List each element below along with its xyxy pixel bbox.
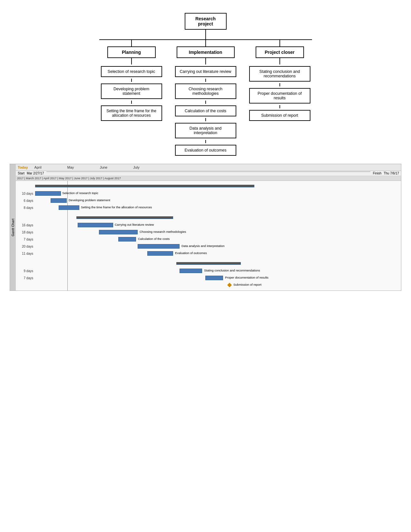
implementation-col: Implementation Carrying out literature r… <box>170 40 241 157</box>
start-label: Start Mar 2/27/17 <box>18 172 44 175</box>
row-1-bar <box>51 198 67 203</box>
start-finish-row: Start Mar 2/27/17 Finish Thu 7/6/17 <box>16 171 401 176</box>
root-node: Research project <box>185 13 227 30</box>
row-7-bar <box>138 244 180 249</box>
gantt-row-closer-overall <box>17 260 400 267</box>
closer-child-2: Submission of report <box>249 110 310 121</box>
row-5-bar <box>99 230 138 234</box>
planning-child-1: Developing problem statement <box>101 84 162 99</box>
row-2-days: 8 days <box>18 206 34 210</box>
row-5-days: 18 days <box>18 231 34 234</box>
finish-label: Finish Thu 7/6/17 <box>373 172 399 175</box>
row-4-bar <box>78 223 113 227</box>
planning-col: Planning Selection of research topic Dev… <box>99 40 164 123</box>
closer-overall-bar <box>176 262 241 265</box>
closer-child-1: Proper documentation of results <box>249 88 310 103</box>
impl-child-1: Choosing research methodologies <box>175 84 236 99</box>
project-closer-node: Project closer <box>256 46 304 58</box>
month-july: July <box>133 165 140 169</box>
overall-bar-container <box>34 184 398 189</box>
month-may: May <box>67 165 74 169</box>
row-0-bar <box>35 191 61 196</box>
planning-node: Planning <box>107 46 156 58</box>
row-2-bar <box>59 205 79 210</box>
impl-overall-bar <box>76 216 173 219</box>
closer-overall-container <box>34 261 398 266</box>
row-6-bar <box>118 237 136 241</box>
project-closer-children: Stating conclusion and recommendations P… <box>249 64 310 123</box>
org-chart: Research project Planning <box>19 13 392 157</box>
gantt-row-12: Submission of report <box>17 281 400 289</box>
project-closer-col: Project closer Stating conclusion and re… <box>248 40 312 123</box>
row-11-label: Proper documentation of results <box>224 275 269 280</box>
today-label: Today <box>18 165 28 169</box>
row-2-label: Setting the time frame for the allocatio… <box>80 205 152 210</box>
gantt-row-2: 8 days Setting the time frame for the al… <box>17 204 400 211</box>
row-11-bar-container: Proper documentation of results <box>34 275 398 281</box>
timeline-months: April May June July <box>34 165 399 169</box>
today-line <box>67 181 68 291</box>
gantt-row-6: 7 days Calculation of the costs <box>17 236 400 243</box>
row-10-bar <box>180 269 202 273</box>
row-12-label: Submission of report <box>232 282 261 287</box>
gantt-row-10: 9 days Stating conclusion and recommenda… <box>17 267 400 274</box>
row-5-bar-container: Choosing research methodologies <box>34 230 398 235</box>
row-4-label: Carrying out literature review <box>114 222 154 227</box>
impl-child-4: Evaluation of outcomes <box>175 145 236 156</box>
row-5-label: Choosing research methodologies <box>139 230 186 234</box>
gantt-bars-area: 10 days Selection of research topic 6 da… <box>16 181 401 291</box>
row-1-days: 6 days <box>18 199 34 202</box>
row-10-days: 9 days <box>18 269 34 273</box>
row-12-milestone <box>227 283 232 287</box>
impl-child-2: Calculation of the costs <box>175 105 236 116</box>
impl-child-3: Data analysis and interpretation <box>175 123 236 138</box>
row-8-bar-container: Evaluation of outcomes <box>34 251 398 256</box>
date-header-row: 2017 | March 2017 | April 2017 | May 201… <box>16 176 401 181</box>
gantt-row-1: 6 days Developing problem statement <box>17 197 400 204</box>
gantt-section: Gantt Chart Today April May June July St… <box>10 164 401 291</box>
implementation-node: Implementation <box>177 46 235 58</box>
org-chart-section: Research project Planning <box>0 0 411 164</box>
overall-bar <box>35 185 254 187</box>
row-1-label: Developing problem statement <box>68 198 110 202</box>
impl-child-0: Carrying out literature review <box>175 66 236 77</box>
root-connector <box>205 30 206 39</box>
gantt-row-impl-overall <box>17 214 400 222</box>
row-12-bar-container: Submission of report <box>34 282 398 288</box>
planning-children: Selection of research topic Developing p… <box>101 64 162 123</box>
row-0-days: 10 days <box>18 192 34 195</box>
planning-child-0: Selection of research topic <box>101 66 162 77</box>
row-10-label: Stating conclusion and recommendations <box>203 268 260 273</box>
gantt-spacer-1 <box>17 211 400 214</box>
row-4-days: 16 days <box>18 223 34 227</box>
row-8-days: 11 days <box>18 252 34 255</box>
gantt-row-5: 18 days Choosing research methodologies <box>17 229 400 236</box>
row-11-bar <box>205 276 223 280</box>
impl-overall-container <box>34 215 398 221</box>
row-0-bar-container: Selection of research topic <box>34 191 398 196</box>
row-2-bar-container: Setting the time frame for the allocatio… <box>34 205 398 210</box>
row-7-days: 20 days <box>18 245 34 248</box>
gantt-row-0: 10 days Selection of research topic <box>17 190 400 197</box>
closer-child-0: Stating conclusion and recommendations <box>249 66 310 82</box>
row-10-bar-container: Stating conclusion and recommendations <box>34 268 398 273</box>
row-7-bar-container: Data analysis and interpretation <box>34 244 398 249</box>
row-8-bar <box>147 251 173 256</box>
gantt-row-11: 7 days Proper documentation of results <box>17 274 400 281</box>
month-june: June <box>100 165 107 169</box>
gantt-row-4: 16 days Carrying out literature review <box>17 222 400 229</box>
gantt-side-label: Gantt Chart <box>10 164 16 291</box>
planning-child-2: Setting the time frame for the allocatio… <box>101 105 162 121</box>
row-6-label: Calculation of the costs <box>137 237 170 241</box>
row-8-label: Evaluation of outcomes <box>174 251 207 255</box>
month-april: April <box>34 165 42 169</box>
level1-row: Planning Selection of research topic Dev… <box>99 40 312 157</box>
row-7-label: Data analysis and interpretation <box>181 244 225 248</box>
row-11-days: 7 days <box>18 276 34 280</box>
gantt-row-8: 11 days Evaluation of outcomes <box>17 250 400 257</box>
gantt-spacer-2 <box>17 257 400 260</box>
timeline-header: Today April May June July <box>16 164 401 171</box>
implementation-children: Carrying out literature review Choosing … <box>175 64 236 157</box>
row-6-days: 7 days <box>18 238 34 241</box>
row-6-bar-container: Calculation of the costs <box>34 237 398 242</box>
